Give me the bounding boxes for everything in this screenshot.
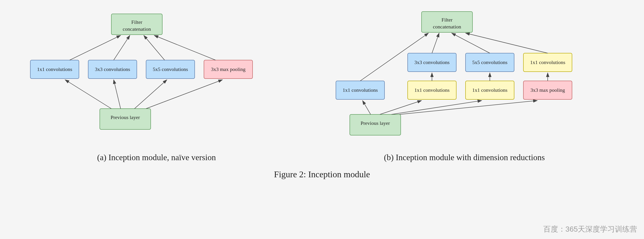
arrow-1x1top-filter-dr bbox=[466, 33, 548, 53]
figure-caption: Figure 2: Inception module bbox=[274, 169, 370, 179]
1x1-conv-top-text-dr: 1x1 convolutions bbox=[530, 59, 565, 65]
1x1-conv-text-naive: 1x1 convolutions bbox=[37, 66, 72, 72]
arrow-prev-1x1mid1-dr bbox=[380, 101, 422, 114]
arrow-prev-1x1left-dr bbox=[362, 101, 370, 114]
arrow-prev-3x3-naive bbox=[114, 80, 120, 109]
arrow-prev-maxpool-naive bbox=[146, 80, 222, 109]
5x5-conv-text-naive: 5x5 convolutions bbox=[153, 66, 188, 72]
diagrams-row: Filter concatenation 1x1 convolutions 3x… bbox=[9, 7, 635, 162]
caption-dimreduction: (b) Inception module with dimension redu… bbox=[384, 153, 545, 162]
arrow-maxpool-filter-naive bbox=[154, 35, 216, 60]
caption-naive: (a) Inception module, naïve version bbox=[97, 153, 216, 162]
arrow-prev-5x5-naive bbox=[134, 80, 167, 109]
filter-concat-text2-dr: concatenation bbox=[433, 24, 461, 29]
5x5-conv-text-dr: 5x5 convolutions bbox=[472, 59, 508, 65]
filter-concat-text-dr: Filter bbox=[442, 17, 452, 23]
arrow-5x5-filter-naive bbox=[144, 35, 164, 60]
filter-concat-text-naive: Filter bbox=[131, 19, 142, 25]
main-container: Filter concatenation 1x1 convolutions 3x… bbox=[9, 7, 635, 179]
diagram-naive: Filter concatenation 1x1 convolutions 3x… bbox=[24, 7, 290, 162]
3x3-maxpool-text-dr: 3x3 max pooling bbox=[530, 87, 565, 93]
arrow-5x5-filter-dr bbox=[452, 33, 490, 53]
1x1-conv-mid2-text-dr: 1x1 convolutions bbox=[472, 87, 508, 93]
3x3-conv-text-naive: 3x3 convolutions bbox=[95, 66, 130, 72]
previous-layer-text-naive: Previous layer bbox=[111, 114, 140, 120]
3x3-conv-text-dr: 3x3 convolutions bbox=[414, 59, 450, 65]
arrow-3x3-filter-dr bbox=[432, 33, 439, 53]
previous-layer-text-dr: Previous layer bbox=[361, 120, 390, 126]
arrow-1x1-filter-naive bbox=[70, 35, 120, 60]
watermark: 百度：365天深度学习训练营 bbox=[543, 224, 637, 234]
3x3-maxpool-text-naive: 3x3 max pooling bbox=[211, 66, 246, 72]
filter-concat-text2-naive: concatenation bbox=[123, 26, 151, 32]
1x1-conv-left-text-dr: 1x1 convolutions bbox=[342, 87, 378, 93]
1x1-conv-mid1-text-dr: 1x1 convolutions bbox=[414, 87, 450, 93]
arrow-prev-1x1-naive bbox=[65, 80, 111, 109]
diagram-dimreduction: Filter concatenation 3x3 convolutions 5x… bbox=[308, 7, 620, 162]
arrow-3x3-filter-naive bbox=[114, 35, 130, 60]
